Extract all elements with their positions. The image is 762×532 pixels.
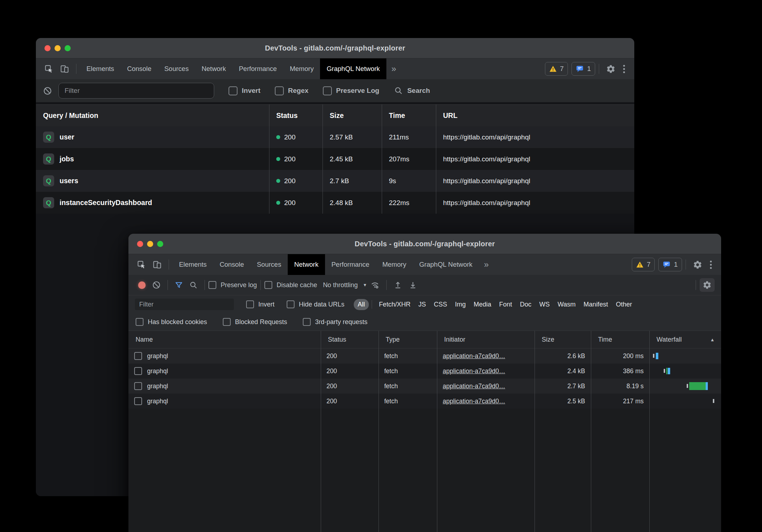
- initiator-link[interactable]: application-a7ca9d0…: [437, 352, 535, 360]
- filter-chip-wasm[interactable]: Wasm: [554, 299, 579, 310]
- row-checkbox[interactable]: [134, 352, 142, 360]
- filter-chip-ws[interactable]: WS: [535, 299, 554, 310]
- inspect-element-icon[interactable]: [133, 254, 149, 275]
- settings-gear-icon[interactable]: [690, 260, 706, 270]
- filter-chip-doc[interactable]: Doc: [516, 299, 535, 310]
- table-row[interactable]: Qusers 200 2.7 kB 9s https://gitlab.com/…: [36, 170, 634, 192]
- filter-chip-img[interactable]: Img: [451, 299, 470, 310]
- table-row[interactable]: graphql 200 fetch application-a7ca9d0… 2…: [128, 364, 721, 379]
- hide-data-urls-checkbox[interactable]: [287, 300, 295, 308]
- record-network-log-button[interactable]: [135, 281, 149, 289]
- column-divider[interactable]: [437, 331, 437, 532]
- warnings-badge[interactable]: 7: [632, 258, 655, 271]
- filter-chip-js[interactable]: JS: [414, 299, 430, 310]
- warnings-badge[interactable]: 7: [545, 62, 568, 76]
- blocked-requests-checkbox[interactable]: [223, 318, 231, 326]
- network-filter-input[interactable]: [135, 299, 234, 310]
- filter-chip-font[interactable]: Font: [495, 299, 516, 310]
- table-row[interactable]: graphql 200 fetch application-a7ca9d0… 2…: [128, 348, 721, 364]
- invert-checkbox[interactable]: [229, 86, 237, 95]
- column-divider[interactable]: [269, 104, 269, 214]
- tab-sources[interactable]: Sources: [158, 58, 195, 79]
- column-divider[interactable]: [591, 331, 591, 532]
- column-divider[interactable]: [535, 331, 535, 532]
- column-header-size[interactable]: Size: [535, 336, 591, 343]
- tab-graphql-network[interactable]: GraphQL Network: [413, 254, 479, 275]
- table-row[interactable]: Quser 200 2.57 kB 211ms https://gitlab.c…: [36, 126, 634, 148]
- tab-graphql-network[interactable]: GraphQL Network: [320, 58, 386, 79]
- table-row[interactable]: graphql 200 fetch application-a7ca9d0… 2…: [128, 394, 721, 409]
- invert-checkbox[interactable]: [246, 300, 254, 308]
- tab-console[interactable]: Console: [213, 254, 250, 275]
- clear-icon[interactable]: [43, 86, 52, 95]
- invert-checkbox-group[interactable]: Invert: [229, 86, 260, 95]
- column-header-time[interactable]: Time: [591, 336, 649, 343]
- column-header-initiator[interactable]: Initiator: [437, 336, 535, 343]
- tab-network[interactable]: Network: [195, 58, 232, 79]
- initiator-link[interactable]: application-a7ca9d0…: [437, 398, 535, 405]
- sort-ascending-icon[interactable]: ▲: [710, 337, 715, 342]
- clear-network-log-icon[interactable]: [149, 281, 164, 289]
- more-options-icon[interactable]: [619, 65, 629, 73]
- titlebar[interactable]: DevTools - gitlab.com/-/graphql-explorer: [36, 38, 634, 58]
- filter-chip-manifest[interactable]: Manifest: [580, 299, 612, 310]
- preserve-log-checkbox-group[interactable]: Preserve Log: [323, 86, 379, 95]
- column-divider[interactable]: [378, 331, 379, 532]
- throttling-dropdown[interactable]: No throttling ▼: [323, 281, 367, 289]
- inspect-element-icon[interactable]: [41, 58, 57, 79]
- regex-checkbox-group[interactable]: Regex: [275, 86, 309, 95]
- device-toolbar-icon[interactable]: [149, 254, 165, 275]
- export-har-icon[interactable]: [405, 281, 420, 289]
- column-header-name[interactable]: Name: [128, 336, 321, 343]
- column-divider[interactable]: [321, 331, 321, 532]
- preserve-log-checkbox[interactable]: [208, 281, 216, 289]
- column-header-query-mutation[interactable]: Query / Mutation: [36, 111, 269, 120]
- filter-chip-css[interactable]: CSS: [430, 299, 451, 310]
- has-blocked-cookies-checkbox-group[interactable]: Has blocked cookies: [136, 318, 207, 326]
- tab-network[interactable]: Network: [288, 254, 325, 275]
- tab-elements[interactable]: Elements: [173, 254, 213, 275]
- filter-funnel-icon[interactable]: [171, 281, 186, 289]
- filter-chip-media[interactable]: Media: [470, 299, 495, 310]
- tab-elements[interactable]: Elements: [80, 58, 121, 79]
- row-checkbox[interactable]: [134, 382, 142, 390]
- column-divider[interactable]: [436, 104, 436, 214]
- invert-checkbox-group[interactable]: Invert: [246, 300, 274, 308]
- disable-cache-checkbox-group[interactable]: Disable cache: [264, 281, 317, 289]
- hide-data-urls-checkbox-group[interactable]: Hide data URLs: [287, 300, 344, 308]
- filter-chip-other[interactable]: Other: [612, 299, 636, 310]
- column-divider[interactable]: [323, 104, 323, 214]
- tab-console[interactable]: Console: [121, 58, 158, 79]
- column-header-size[interactable]: Size: [323, 111, 382, 120]
- search-button[interactable]: Search: [394, 86, 430, 95]
- has-blocked-cookies-checkbox[interactable]: [136, 318, 144, 326]
- column-header-url[interactable]: URL: [436, 111, 634, 120]
- tab-memory[interactable]: Memory: [376, 254, 413, 275]
- network-settings-gear-icon[interactable]: [700, 278, 715, 292]
- table-row[interactable]: graphql 200 fetch application-a7ca9d0… 2…: [128, 379, 721, 394]
- tab-memory[interactable]: Memory: [283, 58, 320, 79]
- column-header-type[interactable]: Type: [378, 336, 437, 343]
- search-icon[interactable]: [186, 281, 201, 289]
- more-options-icon[interactable]: [706, 261, 716, 269]
- filter-chip-fetch-xhr[interactable]: Fetch/XHR: [375, 299, 414, 310]
- tab-performance[interactable]: Performance: [232, 58, 283, 79]
- table-row[interactable]: QinstanceSecurityDashboard 200 2.48 kB 2…: [36, 192, 634, 214]
- preserve-log-checkbox[interactable]: [323, 86, 332, 95]
- tab-sources[interactable]: Sources: [250, 254, 288, 275]
- messages-badge[interactable]: 1: [658, 258, 682, 271]
- import-har-icon[interactable]: [390, 281, 405, 289]
- initiator-link[interactable]: application-a7ca9d0…: [437, 367, 535, 375]
- device-toolbar-icon[interactable]: [57, 58, 72, 79]
- tab-performance[interactable]: Performance: [325, 254, 376, 275]
- third-party-requests-checkbox[interactable]: [303, 318, 311, 326]
- table-row[interactable]: Qjobs 200 2.45 kB 207ms https://gitlab.c…: [36, 148, 634, 170]
- blocked-requests-checkbox-group[interactable]: Blocked Requests: [223, 318, 287, 326]
- column-header-time[interactable]: Time: [382, 111, 436, 120]
- filter-input[interactable]: [58, 83, 214, 99]
- titlebar[interactable]: DevTools - gitlab.com/-/graphql-explorer: [128, 234, 721, 254]
- row-checkbox[interactable]: [134, 397, 142, 405]
- messages-badge[interactable]: 1: [572, 62, 595, 76]
- disable-cache-checkbox[interactable]: [264, 281, 272, 289]
- preserve-log-checkbox-group[interactable]: Preserve log: [208, 281, 257, 289]
